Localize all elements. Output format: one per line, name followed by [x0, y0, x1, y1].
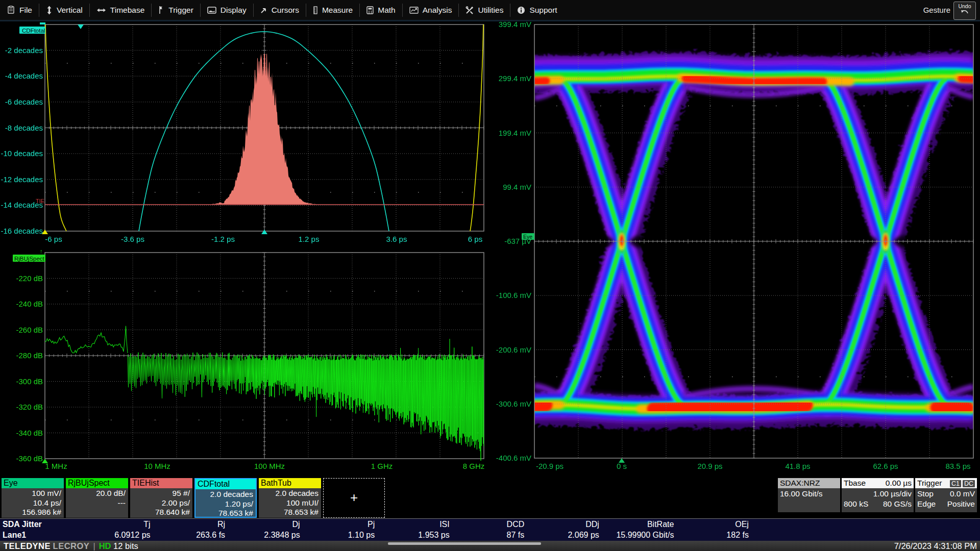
svg-text:Eye: Eye	[523, 234, 532, 240]
svg-text:-16 decades: -16 decades	[1, 227, 43, 235]
svg-text:RjBUjSpect: RjBUjSpect	[14, 256, 45, 262]
svg-text:-14 decades: -14 decades	[1, 201, 43, 209]
svg-text:-10 decades: -10 decades	[1, 149, 43, 158]
svg-text:-8 decades: -8 decades	[5, 123, 43, 132]
svg-text:83.5 ps: 83.5 ps	[945, 462, 970, 470]
svg-text:-6 ps: -6 ps	[45, 235, 62, 243]
svg-text:-12 decades: -12 decades	[1, 175, 43, 184]
svg-text:CDFtotal: CDFtotal	[22, 28, 45, 34]
svg-text:199.4 mV: 199.4 mV	[499, 129, 531, 137]
svg-text:-220 dB: -220 dB	[16, 274, 43, 283]
svg-text:-1.2 ps: -1.2 ps	[211, 235, 235, 243]
svg-text:-240 dB: -240 dB	[16, 299, 43, 308]
svg-text:41.8 ps: 41.8 ps	[785, 462, 810, 470]
svg-text:100 MHz: 100 MHz	[254, 462, 285, 470]
svg-text:-260 dB: -260 dB	[16, 325, 43, 334]
svg-text:-6 decades: -6 decades	[5, 97, 43, 106]
svg-text:-340 dB: -340 dB	[16, 429, 43, 437]
svg-text:399.4 mV: 399.4 mV	[499, 21, 531, 29]
svg-text:-20.9 ps: -20.9 ps	[536, 462, 564, 470]
svg-text:-360 dB: -360 dB	[16, 454, 43, 463]
svg-text:6 ps: 6 ps	[468, 235, 482, 243]
svg-text:0 s: 0 s	[617, 462, 627, 470]
svg-text:-4 decades: -4 decades	[5, 71, 43, 80]
svg-text:-300 dB: -300 dB	[16, 377, 43, 386]
svg-text:1.2 ps: 1.2 ps	[299, 235, 320, 243]
svg-text:-400.6 mV: -400.6 mV	[496, 454, 531, 462]
svg-text:↑: ↑	[40, 248, 43, 254]
svg-text:3.6 ps: 3.6 ps	[386, 235, 407, 243]
svg-text:62.6 ps: 62.6 ps	[873, 462, 898, 470]
svg-text:-280 dB: -280 dB	[16, 351, 43, 360]
svg-text:1 GHz: 1 GHz	[371, 462, 393, 470]
svg-text:20.9 ps: 20.9 ps	[697, 462, 722, 470]
svg-text:299.4 mV: 299.4 mV	[499, 74, 531, 83]
svg-text:10 MHz: 10 MHz	[144, 462, 170, 470]
svg-text:-300.6 mV: -300.6 mV	[496, 399, 531, 408]
svg-text:-2 decades: -2 decades	[5, 46, 43, 55]
svg-text:-100.6 mV: -100.6 mV	[496, 291, 531, 299]
svg-text:-200.6 mV: -200.6 mV	[496, 345, 531, 354]
svg-text:8 GHz: 8 GHz	[463, 462, 485, 470]
svg-text:-320 dB: -320 dB	[16, 403, 43, 411]
svg-text:-3.6 ps: -3.6 ps	[121, 235, 144, 243]
svg-text:99.4 mV: 99.4 mV	[503, 183, 531, 191]
svg-text:1 MHz: 1 MHz	[45, 462, 67, 470]
